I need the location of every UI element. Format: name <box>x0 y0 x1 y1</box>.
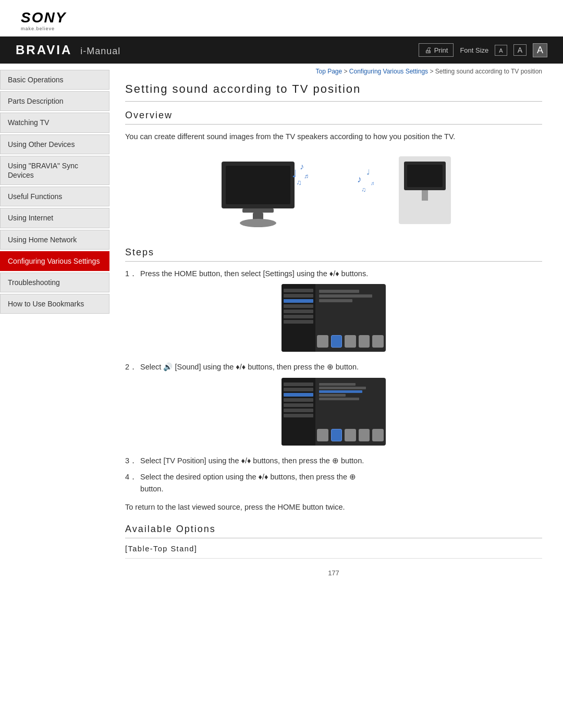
step-3-text: Select [TV Position] using the ♦/♦ butto… <box>140 455 364 467</box>
step-1-image <box>125 284 542 352</box>
svg-rect-12 <box>422 190 428 201</box>
available-options-heading: Available Options <box>125 524 542 538</box>
sidebar-item-watching-tv[interactable]: Watching TV <box>0 113 109 132</box>
sidebar-item-configuring-settings[interactable]: Configuring Various Settings <box>0 251 109 271</box>
breadcrumb-sep2: > <box>430 68 435 75</box>
print-label: Print <box>434 46 448 54</box>
sony-brand-text: SONY <box>21 9 66 26</box>
tv-stand-illustration: ♩ ♪ ♫ ♬ <box>211 151 326 235</box>
screen-mockup-2 <box>282 378 386 446</box>
step-4-text: Select the desired option using the ♦/♦ … <box>140 471 356 495</box>
bravia-logo: BRAVIA i-Manual <box>16 43 120 57</box>
available-options-section: Available Options [Table-Top Stand] <box>125 524 542 559</box>
sidebar-item-troubleshooting[interactable]: Troubleshooting <box>0 273 109 292</box>
steps-heading: Steps <box>125 247 542 262</box>
overview-heading: Overview <box>125 110 542 125</box>
step-3-number: 3． <box>125 455 137 467</box>
svg-text:♪: ♪ <box>300 162 304 171</box>
svg-text:♬: ♬ <box>371 180 375 186</box>
header-bar: BRAVIA i-Manual 🖨 Print Font Size A A A <box>0 36 563 64</box>
svg-rect-11 <box>407 165 443 187</box>
table-top-stand: [Table-Top Stand] <box>125 545 542 559</box>
font-size-label: Font Size <box>460 46 488 54</box>
svg-text:♩: ♩ <box>366 168 370 176</box>
step-1-text: Press the HOME button, then select [Sett… <box>140 268 368 280</box>
breadcrumb-top-page[interactable]: Top Page <box>315 68 342 75</box>
page-title: Setting sound according to TV position <box>125 82 542 102</box>
breadcrumb-current: Setting sound according to TV position <box>435 68 542 75</box>
sidebar-item-parts-description[interactable]: Parts Description <box>0 91 109 111</box>
svg-text:♫: ♫ <box>296 178 302 187</box>
main-layout: Basic Operations Parts Description Watch… <box>0 64 563 593</box>
svg-point-4 <box>240 219 276 227</box>
font-small-button[interactable]: A <box>495 45 507 56</box>
step-2: 2． Select 🔊 [Sound] using the ♦/♦ button… <box>125 361 542 373</box>
svg-rect-2 <box>242 208 274 213</box>
steps-section: Steps 1． Press the HOME button, then sel… <box>125 247 542 513</box>
svg-text:♫: ♫ <box>361 186 366 193</box>
content-area: Top Page > Configuring Various Settings … <box>109 64 563 593</box>
printer-icon: 🖨 <box>424 46 432 54</box>
screen-mockup-1 <box>282 284 386 352</box>
sidebar-item-using-internet[interactable]: Using Internet <box>0 208 109 228</box>
step-4-number: 4． <box>125 471 137 495</box>
step-2-number: 2． <box>125 361 137 373</box>
svg-text:♪: ♪ <box>357 174 362 184</box>
svg-text:♬: ♬ <box>304 172 309 180</box>
return-note: To return to the last viewed source, pre… <box>125 501 542 513</box>
page-number: 177 <box>125 569 542 577</box>
tv-illustrations: ♩ ♪ ♫ ♬ ♪ ♩ ♫ <box>125 151 542 235</box>
font-medium-button[interactable]: A <box>513 44 527 56</box>
font-large-button[interactable]: A <box>533 43 547 57</box>
step-1: 1． Press the HOME button, then select [S… <box>125 268 542 280</box>
tv-wall-illustration: ♪ ♩ ♫ ♬ <box>352 151 456 235</box>
top-bar: SONY make.believe <box>0 0 563 36</box>
sidebar-item-using-home-network[interactable]: Using Home Network <box>0 230 109 250</box>
step-4: 4． Select the desired option using the ♦… <box>125 471 542 495</box>
sidebar-item-using-other-devices[interactable]: Using Other Devices <box>0 134 109 154</box>
overview-text: You can create different sound images fr… <box>125 131 542 143</box>
sidebar-item-using-bravia-sync[interactable]: Using "BRAVIA" Sync Devices <box>0 156 109 185</box>
sidebar-item-basic-operations[interactable]: Basic Operations <box>0 70 109 90</box>
sony-tagline: make.believe <box>21 26 55 31</box>
header-controls: 🖨 Print Font Size A A A <box>419 43 547 57</box>
step-2-image <box>125 378 542 446</box>
imanual-text: i-Manual <box>80 46 120 57</box>
bravia-product-text: BRAVIA <box>16 43 72 57</box>
page-wrapper: SONY make.believe BRAVIA i-Manual 🖨 Prin… <box>0 0 563 728</box>
step-3: 3． Select [TV Position] using the ♦/♦ bu… <box>125 455 542 467</box>
breadcrumb: Top Page > Configuring Various Settings … <box>125 68 542 75</box>
step-2-text: Select 🔊 [Sound] using the ♦/♦ buttons, … <box>140 361 359 373</box>
svg-text:♩: ♩ <box>292 168 297 179</box>
sidebar-item-how-to-use[interactable]: How to Use Bookmarks <box>0 294 109 314</box>
step-1-number: 1． <box>125 268 137 280</box>
breadcrumb-sep1: > <box>344 68 349 75</box>
breadcrumb-configuring[interactable]: Configuring Various Settings <box>349 68 428 75</box>
print-button[interactable]: 🖨 Print <box>419 43 454 57</box>
svg-rect-1 <box>226 166 290 204</box>
sony-logo: SONY make.believe <box>21 9 542 31</box>
sidebar-item-useful-functions[interactable]: Useful Functions <box>0 187 109 206</box>
sidebar: Basic Operations Parts Description Watch… <box>0 64 109 593</box>
